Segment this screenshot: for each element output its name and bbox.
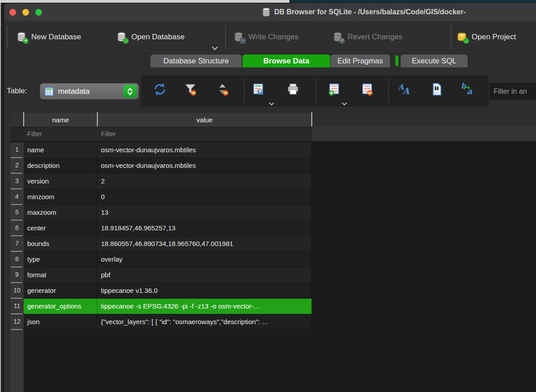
row-number[interactable]: 12	[10, 314, 24, 330]
row-number[interactable]: 2	[10, 158, 24, 174]
cell-name[interactable]: bounds	[24, 236, 97, 252]
toolbar-separator	[451, 25, 452, 49]
revert-changes-button: ↺ Revert Changes	[332, 30, 402, 44]
cell-value[interactable]: 18.918457,46.965257,13	[97, 221, 312, 236]
row-number[interactable]: 3	[10, 174, 24, 189]
open-database-icon: →	[116, 31, 127, 43]
row-number[interactable]: 7	[10, 236, 24, 252]
tab-browse-data[interactable]: Browse Data	[243, 54, 330, 67]
cell-name[interactable]: type	[24, 252, 97, 267]
cell-name[interactable]: center	[24, 221, 97, 236]
table-select-chevrons-icon[interactable]	[123, 85, 137, 98]
insert-record-icon[interactable]	[327, 83, 341, 96]
close-button[interactable]	[9, 9, 16, 16]
cell-name[interactable]: description	[24, 158, 97, 174]
column-divider[interactable]	[23, 112, 24, 127]
zoom-button[interactable]	[35, 9, 42, 16]
tab-label: Edit Pragmas	[337, 57, 383, 66]
tab-accent-sliver	[395, 55, 398, 66]
record-toolbar: AA b a	[141, 75, 489, 107]
value-filter-input[interactable]: Filter	[98, 127, 311, 141]
cell-value[interactable]: overlay	[97, 252, 312, 267]
open-database-button[interactable]: → Open Database	[116, 30, 184, 44]
tab-execute-sql[interactable]: Execute SQL	[401, 54, 468, 67]
clear-filter-icon[interactable]	[184, 83, 197, 96]
tab-edit-pragmas[interactable]: Edit Pragmas	[331, 54, 390, 67]
row-number[interactable]: 6	[10, 221, 24, 236]
row-number[interactable]: 9	[10, 267, 24, 283]
cell-name[interactable]: format	[24, 267, 97, 283]
open-project-label: Open Project	[472, 33, 516, 42]
clear-sort-icon[interactable]	[216, 83, 230, 96]
print-icon[interactable]	[286, 83, 300, 96]
row-number[interactable]: 1	[10, 142, 24, 158]
title-bar[interactable]: DB Browser for SQLite - /Users/balazs/Co…	[4, 3, 536, 21]
table-icon	[44, 87, 54, 96]
cell-value[interactable]: tippecanoe v1.36.0	[97, 283, 312, 299]
open-project-button[interactable]: → Open Project	[456, 30, 516, 44]
table-row[interactable]: 9formatpbf	[10, 267, 536, 283]
delete-record-icon[interactable]	[360, 83, 374, 96]
data-grid: name value Filter Filter 1nameosm-vector…	[10, 113, 536, 392]
refresh-icon[interactable]	[153, 83, 167, 96]
cell-value[interactable]: osm-vector-dunaujvaros.mbtiles	[97, 158, 312, 174]
grid-header: name value	[10, 113, 536, 126]
cell-value[interactable]: pbf	[97, 267, 312, 283]
table-row[interactable]: 1nameosm-vector-dunaujvaros.mbtiles	[10, 142, 536, 158]
table-row[interactable]: 5maxzoom13	[10, 205, 536, 221]
cell-value[interactable]: 18.860557,46.890734,18.965760,47.001981	[97, 236, 312, 252]
column-divider[interactable]	[97, 112, 98, 127]
row-number[interactable]: 10	[10, 283, 24, 299]
database-icon	[262, 7, 271, 17]
table-row[interactable]: 3version2	[10, 174, 536, 189]
cell-value[interactable]: osm-vector-dunaujvaros.mbtiles	[97, 142, 312, 158]
column-divider[interactable]	[311, 112, 312, 127]
cell-name[interactable]: name	[24, 142, 97, 158]
cell-value[interactable]: {"vector_layers": [ { "id": "osmaeroways…	[97, 314, 312, 330]
font-settings-icon[interactable]: AA	[397, 83, 410, 96]
save-table-dropdown-chevron-icon[interactable]	[268, 100, 275, 108]
table-row[interactable]: 2descriptionosm-vector-dunaujvaros.mbtil…	[10, 158, 536, 174]
find-in-table-icon[interactable]	[430, 83, 443, 96]
window-title: DB Browser for SQLite - /Users/balazs/Co…	[274, 8, 466, 16]
grid-corner-cell[interactable]	[10, 113, 24, 126]
cell-name[interactable]: version	[24, 174, 97, 189]
cell-name[interactable]: json	[24, 314, 97, 330]
table-row[interactable]: 12json{"vector_layers": [ { "id": "osmae…	[10, 314, 536, 330]
table-select[interactable]: metadata	[40, 83, 139, 100]
table-row[interactable]: 7bounds18.860557,46.890734,18.965760,47.…	[10, 236, 536, 252]
save-table-icon[interactable]	[251, 83, 265, 96]
table-row[interactable]: 10generatortippecanoe v1.36.0	[10, 283, 536, 299]
open-database-dropdown-chevron-icon[interactable]	[211, 44, 218, 52]
table-row[interactable]: 4minzoom0	[10, 189, 536, 205]
minimize-button[interactable]	[22, 9, 29, 16]
cell-name[interactable]: minzoom	[24, 189, 97, 205]
row-number-gutter	[10, 330, 24, 392]
screen: DB Browser for SQLite - /Users/balazs/Co…	[0, 0, 536, 392]
cell-name[interactable]: generator	[24, 283, 97, 299]
row-number[interactable]: 5	[10, 205, 24, 221]
row-number[interactable]: 4	[10, 189, 24, 205]
toolbar-separator	[388, 79, 389, 103]
replace-text-icon[interactable]: b a	[461, 83, 474, 96]
column-header-value[interactable]: value	[97, 113, 312, 126]
row-number[interactable]: 8	[10, 252, 24, 267]
filter-any-column-input[interactable]	[490, 83, 536, 100]
new-database-label: New Database	[31, 33, 81, 42]
table-row[interactable]: 11generator_optionstippecanoe -s EPSG:43…	[10, 299, 536, 314]
cell-value[interactable]: 0	[97, 189, 312, 205]
cell-value[interactable]: tippecanoe -s EPSG:4326 -pi -f -z13 -o o…	[97, 299, 312, 314]
insert-record-dropdown-chevron-icon[interactable]	[341, 100, 348, 108]
tab-database-structure[interactable]: Database Structure	[151, 54, 242, 67]
table-row[interactable]: 8typeoverlay	[10, 252, 536, 267]
cell-name[interactable]: generator_options	[24, 299, 97, 314]
cell-value[interactable]: 13	[97, 205, 312, 221]
name-filter-input[interactable]: Filter	[24, 127, 97, 141]
column-header-name[interactable]: name	[24, 113, 97, 126]
new-database-button[interactable]: + New Database	[16, 30, 81, 44]
toolbar-drag-handle[interactable]	[7, 26, 8, 48]
cell-value[interactable]: 2	[97, 174, 312, 189]
table-row[interactable]: 6center18.918457,46.965257,13	[10, 221, 536, 236]
cell-name[interactable]: maxzoom	[24, 205, 97, 221]
row-number[interactable]: 11	[10, 299, 24, 314]
